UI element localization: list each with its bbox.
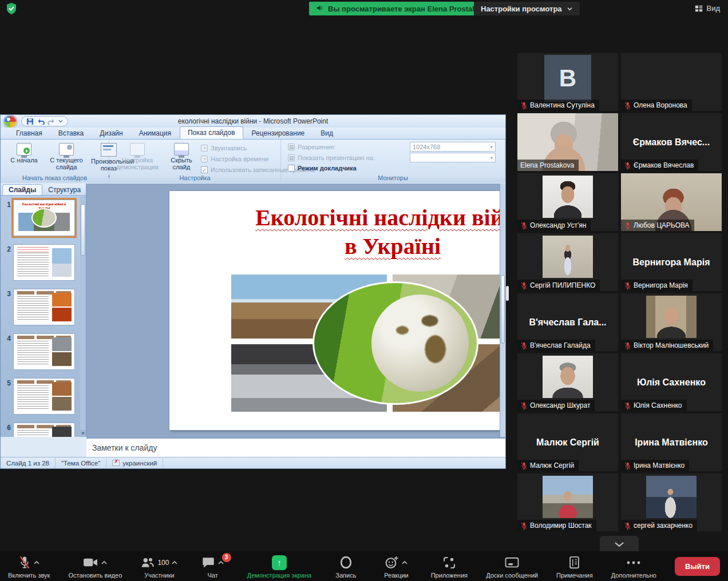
participant-tile[interactable]: Вернигора МаріяВернигора Марія <box>621 233 722 291</box>
status-slide-number: Слайд 1 из 28 <box>1 457 56 468</box>
quick-access-toolbar <box>21 116 68 126</box>
more-button[interactable]: Дополнительно <box>611 554 656 579</box>
participant-tile[interactable]: BВалентина Сутуліна <box>517 53 618 111</box>
participant-tile[interactable]: сергей захарченко <box>621 473 722 531</box>
participant-tile[interactable]: Elena Prostakova <box>517 113 618 171</box>
participant-tile[interactable]: Віктор Маліношевський <box>621 293 722 351</box>
slide-thumbnail[interactable]: 3 <box>3 289 80 325</box>
viewing-screen-banner: Вы просматриваете экран Elena Prostakova <box>309 2 496 15</box>
ribbon-tab-вставка[interactable]: Вставка <box>51 128 92 139</box>
chevron-up-icon[interactable] <box>101 560 108 565</box>
chevron-up-icon[interactable] <box>401 560 408 565</box>
participant-name-label: Володимир Шостак <box>517 520 596 531</box>
chevron-up-icon[interactable] <box>33 560 40 565</box>
panel-resize-handle[interactable] <box>506 286 509 301</box>
pane-scroll-down-icon[interactable]: ▼ <box>80 430 86 437</box>
slide-vertical-scrollbar[interactable] <box>500 184 505 437</box>
participant-name: Юлія Сахненко <box>634 401 682 409</box>
chevron-up-icon[interactable] <box>171 560 178 565</box>
tab-outline[interactable]: Структура <box>42 185 86 195</box>
participant-tile[interactable]: Олена Воронова <box>621 53 722 111</box>
ribbon-tab-показ-слайдов[interactable]: Показ слайдов <box>180 126 243 139</box>
ribbon-tab-анимация[interactable]: Анимация <box>132 128 179 139</box>
mute-button[interactable]: Включить звук <box>8 554 50 579</box>
thumbnail-preview: Екологічні наслідки війни в Україні <box>13 200 75 236</box>
notes-area[interactable]: Заметки к слайду <box>86 437 505 457</box>
tab-slides[interactable]: Слайды <box>2 184 42 195</box>
chat-unread-badge: 3 <box>222 553 231 562</box>
slide-thumbnail[interactable]: 1Екологічні наслідки війни в Україні <box>3 200 80 236</box>
record-button[interactable]: Запись <box>330 554 362 579</box>
participant-tile[interactable]: Олександр Шкурат <box>517 353 618 411</box>
participant-tile[interactable]: В'ячеслав Гала...В'ячеслав Галайда <box>517 293 618 351</box>
leave-button[interactable]: Выйти <box>675 557 720 576</box>
show-on-label: Показать презентацию на: <box>298 154 375 161</box>
thumbnail-text-lines <box>17 430 49 437</box>
reactions-icon-row <box>385 554 408 571</box>
slide-thumbnail[interactable]: 6 <box>3 423 80 437</box>
participant-tile[interactable]: Єрмаков Вячес...Єрмаков Вячеслав <box>621 113 722 171</box>
mic-muted-icon <box>624 222 631 229</box>
video-button[interactable]: Остановить видео <box>69 554 122 579</box>
chat-button[interactable]: 3Чат <box>197 554 229 579</box>
ppt-window-title: екологічні наслідки війни - Microsoft Po… <box>1 117 505 125</box>
ribbon-button[interactable]: С начала <box>4 142 44 165</box>
ribbon-button[interactable]: С текущего слайда <box>46 142 86 172</box>
more-participants-button[interactable] <box>600 536 639 553</box>
slide-thumbnail[interactable]: 5 <box>3 378 80 415</box>
participant-name: Олександр Уст'ян <box>530 221 586 229</box>
ribbon-button[interactable]: Скрыть слайд <box>167 142 196 172</box>
qat-dropdown-icon[interactable] <box>58 120 63 123</box>
view-settings-button[interactable]: Настройки просмотра <box>474 2 580 15</box>
reactions-button[interactable]: Реакции <box>380 554 412 579</box>
view-layout-button[interactable]: Вид <box>691 2 723 14</box>
save-icon[interactable] <box>26 118 34 125</box>
whiteboard-button[interactable]: Доски сообщений <box>486 554 538 579</box>
monitors-row-resolution: ▤Разрешение:1024x768▾ <box>288 142 501 152</box>
slide-image-collage <box>231 274 505 412</box>
show-on-combobox[interactable]: ▾ <box>410 153 496 162</box>
participant-tile[interactable]: Володимир Шостак <box>517 473 618 531</box>
participant-tile[interactable]: Малюк СергійМалюк Сергій <box>517 413 618 471</box>
apps-button[interactable]: Приложения <box>431 554 468 579</box>
more-icon-row <box>626 554 641 571</box>
participants-button[interactable]: 100Участники <box>140 554 178 579</box>
ribbon-check-label: Звукозапись <box>211 145 247 152</box>
participant-name-label: Олена Воронова <box>621 100 692 111</box>
security-shield-icon[interactable] <box>6 2 17 17</box>
participant-tile[interactable]: Любов ЦАРЬОВА <box>621 173 722 231</box>
toolbar-item-label: Приложения <box>431 572 468 579</box>
participant-tile[interactable]: Ірина МатвієнкоІрина Матвієнко <box>621 413 722 471</box>
view-button-label: Вид <box>706 4 720 13</box>
notes-button[interactable]: Примечания <box>556 554 593 579</box>
participant-tile[interactable]: Юлія СахненкоЮлія Сахненко <box>621 353 722 411</box>
participant-name-label: Elena Prostakova <box>517 160 579 171</box>
slide-canvas[interactable]: Екологічні наслідки війни в Україні <box>169 191 505 430</box>
notes-icon-row <box>568 554 580 571</box>
undo-icon[interactable] <box>37 118 45 125</box>
participant-name-label: В'ячеслав Галайда <box>517 340 595 351</box>
record-icon-row <box>339 554 353 571</box>
ribbon-tab-дизайн[interactable]: Дизайн <box>92 128 130 139</box>
status-language[interactable]: украинский <box>106 457 163 468</box>
ribbon-tab-рецензирование[interactable]: Рецензирование <box>244 128 312 139</box>
ribbon-tab-вид[interactable]: Вид <box>313 128 341 139</box>
participant-name: Олександр Шкурат <box>530 401 590 409</box>
participant-name: Віктор Маліношевський <box>634 341 709 349</box>
pane-scrollbar[interactable] <box>80 196 86 437</box>
participants-gallery: BВалентина СутулінаОлена ВороноваElena P… <box>517 53 722 531</box>
share-button[interactable]: ↑Демонстрация экрана <box>247 554 311 579</box>
redo-icon[interactable] <box>48 118 56 125</box>
thumbnail-number: 1 <box>3 200 11 236</box>
participant-tile[interactable]: Олександр Уст'ян <box>517 173 618 231</box>
participant-name: Єрмаков Вячеслав <box>634 161 694 169</box>
participant-tile[interactable]: Сергій ПИЛИПЕНКО <box>517 233 618 291</box>
resolution-combobox[interactable]: 1024x768▾ <box>410 142 496 152</box>
slide-thumbnail[interactable]: 2 <box>3 244 80 281</box>
slide-thumbnail[interactable]: 4 <box>3 333 80 370</box>
presenter-checkbox[interactable] <box>288 165 295 172</box>
participants-icon <box>140 556 155 569</box>
ppt-ribbon: С началаС текущего слайдаПроизвольный по… <box>1 140 505 183</box>
ribbon-tab-главная[interactable]: Главная <box>9 128 50 139</box>
toolbar-item-label: Примечания <box>556 572 593 579</box>
